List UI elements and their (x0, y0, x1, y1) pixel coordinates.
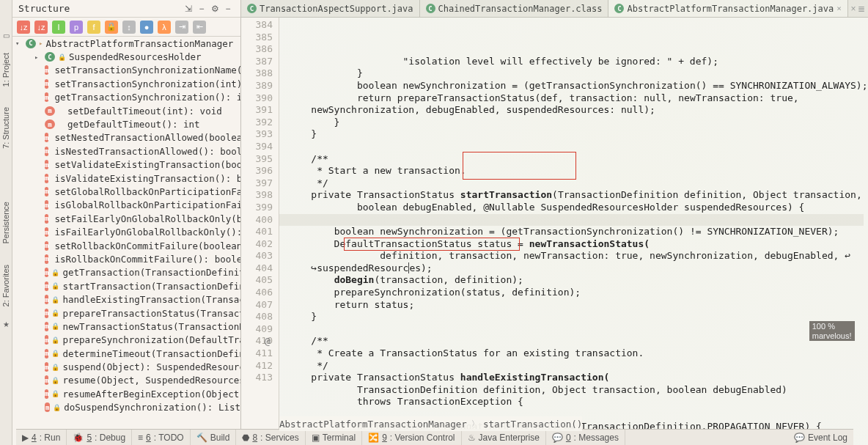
structure-member[interactable]: m🔒 newTransactionStatus(TransactionDef (14, 320, 240, 333)
build-tool[interactable]: 🔨 Build (191, 430, 237, 445)
terminal-tool[interactable]: ▣ Terminal (306, 430, 362, 445)
structure-member[interactable]: m🔒 startTransaction(TransactionDefinit (14, 279, 240, 293)
structure-tool-label[interactable]: 7: Structure (1, 107, 10, 149)
project-tool-icon[interactable]: ▭ (0, 29, 12, 41)
structure-member[interactable]: m getDefaultTimeout(): int (14, 117, 240, 130)
structure-member[interactable]: m getTransactionSynchronization(): in (14, 91, 240, 104)
structure-member[interactable]: m setFailEarlyOnGlobalRollbackOnly(bo (14, 212, 240, 225)
structure-member[interactable]: m isRollbackOnCommitFailure(): boolea (14, 252, 240, 265)
project-tool-label[interactable]: 1: Project (1, 53, 10, 87)
close-tab-icon[interactable]: × (836, 4, 842, 13)
show-anonymous-icon[interactable]: ● (140, 21, 153, 34)
structure-member[interactable]: m🔒 handleExistingTransaction(Transacti (14, 293, 240, 306)
show-interfaces-icon[interactable]: I (52, 21, 65, 34)
structure-member[interactable]: m setValidateExistingTransaction(bool (14, 158, 240, 172)
structure-member[interactable]: m setDefaultTimeout(int): void (14, 104, 240, 117)
java-enterprise-tool[interactable]: ♨ Java Enterprise (462, 430, 546, 445)
structure-member[interactable]: m setTransactionSynchronizationName(S (14, 64, 240, 77)
hide-icon[interactable]: − (221, 2, 235, 15)
autoscroll-to-icon[interactable]: ⇥ (175, 21, 188, 34)
show-properties-icon[interactable]: p (70, 21, 83, 34)
vcs-tool[interactable]: 🔀 9: Version Control (362, 430, 461, 445)
structure-member[interactable]: m🔒 prepareSynchronization(DefaultTrans (14, 334, 240, 347)
editor-panel: CTransactionAspectSupport.javaCChainedTr… (241, 0, 868, 445)
structure-member[interactable]: m isFailEarlyOnGlobalRollbackOnly(): (14, 225, 240, 238)
debug-tool[interactable]: 🐞 5: Debug (67, 430, 132, 445)
breadcrumb-method[interactable]: startTransaction() (483, 419, 582, 430)
services-tool[interactable]: ⬣ 8: Services (236, 430, 305, 445)
editor-tab[interactable]: CAbstractPlatformTransactionManager.java… (608, 0, 847, 17)
autoscroll-from-icon[interactable]: ⇤ (193, 21, 206, 34)
structure-toolbar: ↓z ↓z I p f 🔒 ↕ ● λ ⇥ ⇤ (12, 18, 240, 37)
structure-root[interactable]: ▾C▸ AbstractPlatformTransactionManager (14, 37, 240, 50)
breadcrumb[interactable]: AbstractPlatformTransactionManager 〉 sta… (279, 416, 582, 431)
todo-tool[interactable]: ≡ 6: TODO (132, 430, 191, 445)
structure-member[interactable]: m🔒 getTransaction(TransactionDefinitio (14, 266, 240, 279)
structure-member[interactable]: m🔒 prepareTransactionStatus(Transactio (14, 306, 240, 320)
structure-member[interactable]: m🔒 resumeAfterBeginException(Object, S (14, 387, 240, 400)
show-fields-icon[interactable]: f (87, 21, 100, 34)
sort-visibility-icon[interactable]: ↓z (34, 21, 48, 34)
structure-member[interactable]: m🔒 suspend(Object): SuspendedResources (14, 360, 240, 373)
editor-tab[interactable]: CChainedTransactionManager.class (420, 0, 609, 17)
editor-tabs: CTransactionAspectSupport.javaCChainedTr… (241, 0, 868, 18)
structure-member[interactable]: m setNestedTransactionAllowed(boolean (14, 131, 240, 144)
star-icon[interactable]: ★ (0, 318, 12, 330)
structure-member[interactable]: m isNestedTransactionAllowed(): boole (14, 144, 240, 158)
structure-member[interactable]: m🔒 doSuspendSynchronization(): List (14, 401, 240, 414)
structure-member[interactable]: m setGlobalRollbackOnParticipationFai (14, 185, 240, 198)
structure-member[interactable]: m isGlobalRollbackOnParticipationFail (14, 199, 240, 212)
code-area[interactable]: "isolation level will effectively be ign… (279, 18, 868, 445)
bottom-toolbar: ▶ 4: Run 🐞 5: Debug ≡ 6: TODO 🔨 Build ⬣ … (16, 429, 853, 445)
structure-member[interactable]: m🔒 resume(Object, SuspendedResourcesHo (14, 374, 240, 387)
run-tool[interactable]: ▶ 4: Run (16, 430, 67, 445)
breadcrumb-class[interactable]: AbstractPlatformTransactionManager (279, 419, 467, 430)
structure-tree[interactable]: ▾C▸ AbstractPlatformTransactionManager▸C… (12, 37, 240, 445)
chevron-right-icon: 〉 (471, 419, 479, 429)
structure-member[interactable]: m🔒 determineTimeout(TransactionDefinit (14, 347, 240, 360)
structure-member[interactable]: m isValidateExistingTransaction(): bo (14, 172, 240, 185)
show-inherited-icon[interactable]: ↕ (122, 21, 136, 34)
show-nonpublic-icon[interactable]: 🔒 (105, 21, 118, 34)
event-log-tool[interactable]: 💬 Event Log (788, 430, 853, 445)
sort-alpha-icon[interactable]: ↓z (17, 21, 30, 34)
structure-panel: Structure ⇲ − ⚙ − ↓z ↓z I p f 🔒 ↕ ● λ ⇥ … (12, 0, 241, 445)
structure-member[interactable]: m setRollbackOnCommitFailure(boolean) (14, 239, 240, 252)
structure-member[interactable]: ▸C🔒 SuspendedResourcesHolder (14, 50, 240, 63)
line-gutter: 384 385 386 387 388 389 390 391 392 393 … (241, 18, 279, 445)
show-lambdas-icon[interactable]: λ (158, 21, 171, 34)
structure-title: Structure (18, 3, 182, 14)
messages-tool[interactable]: 💬 0: Messages (546, 430, 625, 445)
minimize-icon[interactable]: − (195, 2, 208, 15)
gear-icon[interactable]: ⚙ (208, 2, 221, 15)
code-analysis-hint: 100 % marvelous! (809, 321, 855, 341)
tab-list-icon[interactable]: ≣ (858, 4, 865, 14)
close-tab-x-icon[interactable]: × (851, 4, 856, 14)
persistence-tool-label[interactable]: Persistence (1, 202, 10, 243)
expand-icon[interactable]: ⇲ (182, 2, 195, 15)
structure-member[interactable]: m setTransactionSynchronization(int): (14, 77, 240, 90)
favorites-tool-label[interactable]: 2: Favorites (1, 265, 10, 306)
editor-tab[interactable]: CTransactionAspectSupport.java (241, 0, 420, 17)
